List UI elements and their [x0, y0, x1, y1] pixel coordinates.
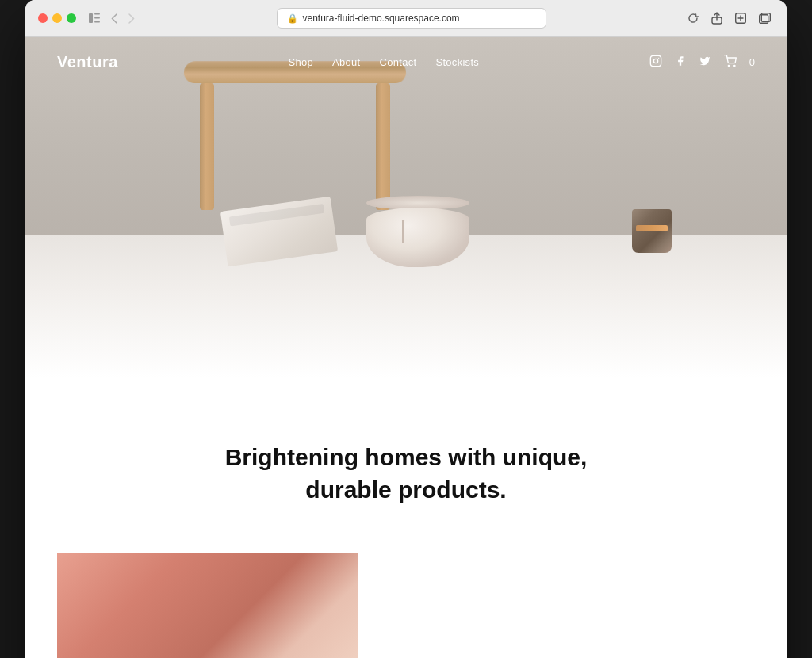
small-cup: [632, 209, 676, 261]
tagline-line1: Brightening homes with unique,: [225, 444, 588, 470]
cloth-body: [220, 197, 338, 267]
dot-maximize[interactable]: [67, 13, 76, 23]
cup-body: [632, 209, 672, 253]
nav-link-contact[interactable]: Contact: [380, 56, 417, 68]
bowl: [366, 196, 469, 267]
bowl-body: [366, 208, 469, 267]
twitter-icon[interactable]: [699, 55, 711, 69]
back-button[interactable]: [108, 12, 121, 25]
cloth-fold: [229, 204, 325, 227]
nav-link-stockists[interactable]: Stockists: [435, 56, 479, 68]
content-section: Brightening homes with unique, durable p…: [25, 378, 787, 658]
product-card-1[interactable]: [57, 553, 358, 658]
browser-window: 🔒 ventura-fluid-demo.squarespace.com: [25, 0, 787, 658]
dot-minimize[interactable]: [52, 13, 62, 23]
browser-controls: [86, 12, 138, 25]
site-nav: Ventura Shop About Contact Stockists: [25, 37, 787, 87]
cart-icon[interactable]: [724, 55, 737, 70]
site-logo[interactable]: Ventura: [57, 53, 118, 71]
svg-rect-0: [89, 13, 93, 23]
tagline: Brightening homes with unique, durable p…: [208, 442, 604, 506]
svg-point-11: [653, 59, 657, 63]
address-bar[interactable]: 🔒 ventura-fluid-demo.squarespace.com: [277, 8, 546, 29]
url-text: ventura-fluid-demo.squarespace.com: [303, 13, 460, 24]
svg-rect-2: [94, 17, 100, 19]
tagline-line2: durable products.: [305, 476, 506, 503]
forward-button[interactable]: [125, 12, 138, 25]
nav-link-about[interactable]: About: [332, 56, 360, 68]
facebook-icon[interactable]: [675, 55, 686, 70]
sidebar-toggle-button[interactable]: [86, 12, 103, 25]
svg-rect-3: [94, 21, 100, 23]
lock-icon: 🔒: [287, 13, 298, 24]
svg-point-14: [733, 65, 734, 66]
reload-button[interactable]: [684, 11, 702, 25]
tabs-overview-button[interactable]: [756, 11, 774, 25]
chair-leg-right: [376, 83, 390, 210]
site-content: Ventura Shop About Contact Stockists: [25, 37, 787, 658]
instagram-icon[interactable]: [649, 55, 662, 70]
svg-rect-10: [650, 55, 661, 66]
svg-point-12: [658, 58, 659, 59]
product-preview: [57, 553, 755, 658]
cup-stripe: [636, 225, 668, 231]
new-tab-button[interactable]: [732, 11, 749, 25]
bowl-drip: [402, 220, 404, 243]
nav-links: Shop About Contact Stockists: [288, 56, 479, 68]
nav-icons: 0: [649, 55, 755, 70]
dot-close[interactable]: [38, 13, 48, 23]
nav-link-shop[interactable]: Shop: [288, 56, 313, 68]
browser-chrome: 🔒 ventura-fluid-demo.squarespace.com: [25, 0, 787, 37]
bottom-area: Brightening homes with unique, durable p…: [25, 378, 787, 658]
share-button[interactable]: [708, 10, 726, 26]
hero-scene: [25, 37, 787, 378]
svg-point-13: [728, 65, 729, 66]
hero-section: Ventura Shop About Contact Stockists: [25, 37, 787, 378]
cloth: [224, 204, 350, 275]
browser-actions: [684, 10, 774, 26]
chair-leg-left: [200, 83, 214, 210]
browser-dots: [38, 13, 76, 23]
cart-count: 0: [749, 56, 755, 68]
address-bar-wrap: 🔒 ventura-fluid-demo.squarespace.com: [147, 8, 675, 29]
svg-rect-1: [94, 13, 100, 15]
